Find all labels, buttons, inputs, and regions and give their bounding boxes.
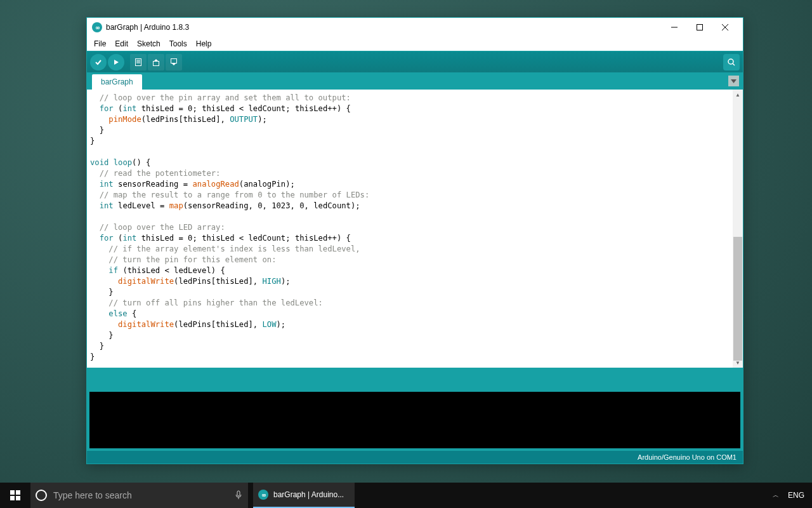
menu-file[interactable]: File: [91, 38, 109, 50]
arduino-logo-icon: ∞: [92, 22, 102, 32]
svg-marker-15: [731, 79, 737, 83]
code-editor-pane: // loop over the pin array and set them …: [87, 90, 743, 368]
svg-rect-19: [16, 496, 20, 500]
svg-marker-10: [154, 59, 158, 61]
tab-menu-button[interactable]: [728, 76, 739, 86]
board-port-label: Arduino/Genuino Uno on COM1: [638, 453, 737, 461]
svg-rect-1: [697, 25, 703, 30]
close-button[interactable]: [712, 18, 738, 37]
toolbar: [87, 51, 743, 72]
taskbar-search[interactable]: Type here to search: [30, 483, 248, 508]
window-title: barGraph | Arduino 1.8.3: [106, 23, 658, 32]
cortana-icon: [36, 490, 47, 501]
language-indicator[interactable]: ENG: [788, 491, 804, 500]
serial-monitor-button[interactable]: [723, 54, 740, 70]
windows-logo-icon: [10, 490, 20, 500]
verify-button[interactable]: [90, 54, 107, 70]
svg-rect-5: [136, 58, 141, 65]
menu-help[interactable]: Help: [193, 38, 215, 50]
titlebar[interactable]: ∞ barGraph | Arduino 1.8.3: [87, 18, 743, 37]
output-console[interactable]: [87, 389, 743, 451]
svg-rect-18: [10, 496, 15, 500]
scroll-thumb[interactable]: [733, 237, 742, 361]
menu-tools[interactable]: Tools: [166, 38, 190, 50]
scroll-up-icon[interactable]: ▲: [733, 90, 743, 100]
minimize-button[interactable]: [662, 18, 687, 37]
upload-button[interactable]: [108, 54, 124, 70]
svg-marker-4: [114, 60, 119, 65]
menubar: File Edit Sketch Tools Help: [87, 37, 743, 51]
tab-bar: barGraph: [87, 72, 743, 90]
scroll-down-icon[interactable]: ▼: [733, 358, 743, 368]
maximize-button[interactable]: [687, 18, 712, 37]
svg-rect-16: [10, 490, 15, 495]
microphone-icon[interactable]: [233, 490, 243, 500]
tray-overflow-button[interactable]: ︿: [773, 491, 779, 500]
menu-edit[interactable]: Edit: [112, 38, 131, 50]
svg-rect-11: [171, 58, 177, 63]
svg-rect-17: [16, 490, 20, 495]
windows-taskbar: Type here to search ∞ barGraph | Arduino…: [0, 483, 812, 508]
svg-rect-9: [154, 61, 159, 65]
taskbar-app-arduino[interactable]: ∞ barGraph | Arduino...: [253, 483, 355, 508]
svg-rect-20: [237, 491, 240, 496]
sketch-tab[interactable]: barGraph: [92, 74, 142, 90]
menu-sketch[interactable]: Sketch: [134, 38, 164, 50]
arduino-ide-window: ∞ barGraph | Arduino 1.8.3 File Edit Ske…: [86, 17, 743, 464]
save-sketch-button[interactable]: [166, 54, 182, 70]
arduino-logo-icon: ∞: [258, 490, 268, 500]
start-button[interactable]: [0, 483, 30, 508]
svg-line-14: [733, 64, 735, 65]
svg-point-13: [728, 59, 733, 64]
code-editor[interactable]: // loop over the pin array and set them …: [87, 90, 743, 368]
svg-marker-12: [172, 64, 176, 65]
editor-scrollbar[interactable]: ▲ ▼: [733, 90, 743, 368]
search-placeholder: Type here to search: [53, 490, 132, 500]
status-strip: [87, 368, 743, 389]
new-sketch-button[interactable]: [130, 54, 147, 70]
board-status-bar: Arduino/Genuino Uno on COM1: [87, 451, 743, 464]
taskbar-app-label: barGraph | Arduino...: [273, 490, 344, 499]
system-tray: ︿ ENG: [765, 483, 812, 508]
open-sketch-button[interactable]: [148, 54, 164, 70]
